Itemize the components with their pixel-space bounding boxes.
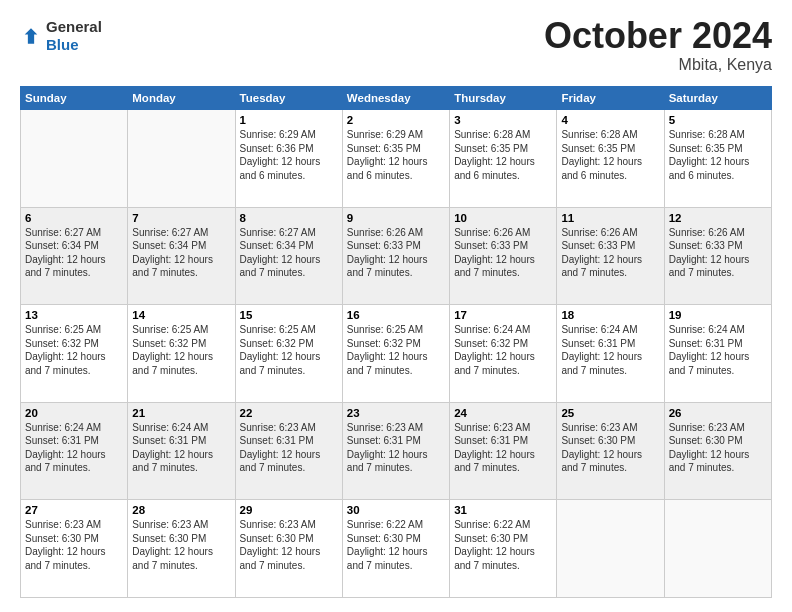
day-number: 16 bbox=[347, 309, 445, 321]
table-row bbox=[21, 110, 128, 208]
calendar-week-row: 6Sunrise: 6:27 AMSunset: 6:34 PMDaylight… bbox=[21, 207, 772, 305]
month-title: October 2024 bbox=[544, 18, 772, 54]
day-info: Sunrise: 6:25 AMSunset: 6:32 PMDaylight:… bbox=[132, 323, 230, 377]
day-number: 20 bbox=[25, 407, 123, 419]
table-row: 23Sunrise: 6:23 AMSunset: 6:31 PMDayligh… bbox=[342, 402, 449, 500]
day-number: 22 bbox=[240, 407, 338, 419]
table-row: 7Sunrise: 6:27 AMSunset: 6:34 PMDaylight… bbox=[128, 207, 235, 305]
day-info: Sunrise: 6:23 AMSunset: 6:30 PMDaylight:… bbox=[561, 421, 659, 475]
day-number: 13 bbox=[25, 309, 123, 321]
day-info: Sunrise: 6:28 AMSunset: 6:35 PMDaylight:… bbox=[454, 128, 552, 182]
table-row: 4Sunrise: 6:28 AMSunset: 6:35 PMDaylight… bbox=[557, 110, 664, 208]
day-number: 15 bbox=[240, 309, 338, 321]
table-row: 31Sunrise: 6:22 AMSunset: 6:30 PMDayligh… bbox=[450, 500, 557, 598]
table-row: 30Sunrise: 6:22 AMSunset: 6:30 PMDayligh… bbox=[342, 500, 449, 598]
table-row bbox=[664, 500, 771, 598]
table-row: 15Sunrise: 6:25 AMSunset: 6:32 PMDayligh… bbox=[235, 305, 342, 403]
day-number: 11 bbox=[561, 212, 659, 224]
header-wednesday: Wednesday bbox=[342, 87, 449, 110]
table-row: 19Sunrise: 6:24 AMSunset: 6:31 PMDayligh… bbox=[664, 305, 771, 403]
day-info: Sunrise: 6:25 AMSunset: 6:32 PMDaylight:… bbox=[347, 323, 445, 377]
day-info: Sunrise: 6:27 AMSunset: 6:34 PMDaylight:… bbox=[25, 226, 123, 280]
logo-blue-text: Blue bbox=[46, 36, 79, 53]
calendar-page: General Blue October 2024 Mbita, Kenya S… bbox=[0, 0, 792, 612]
calendar-week-row: 13Sunrise: 6:25 AMSunset: 6:32 PMDayligh… bbox=[21, 305, 772, 403]
day-info: Sunrise: 6:28 AMSunset: 6:35 PMDaylight:… bbox=[561, 128, 659, 182]
day-number: 28 bbox=[132, 504, 230, 516]
day-info: Sunrise: 6:26 AMSunset: 6:33 PMDaylight:… bbox=[454, 226, 552, 280]
day-number: 21 bbox=[132, 407, 230, 419]
day-number: 17 bbox=[454, 309, 552, 321]
day-info: Sunrise: 6:24 AMSunset: 6:32 PMDaylight:… bbox=[454, 323, 552, 377]
day-number: 6 bbox=[25, 212, 123, 224]
table-row: 9Sunrise: 6:26 AMSunset: 6:33 PMDaylight… bbox=[342, 207, 449, 305]
day-info: Sunrise: 6:24 AMSunset: 6:31 PMDaylight:… bbox=[25, 421, 123, 475]
day-number: 29 bbox=[240, 504, 338, 516]
day-number: 5 bbox=[669, 114, 767, 126]
day-info: Sunrise: 6:23 AMSunset: 6:31 PMDaylight:… bbox=[347, 421, 445, 475]
day-number: 4 bbox=[561, 114, 659, 126]
table-row: 12Sunrise: 6:26 AMSunset: 6:33 PMDayligh… bbox=[664, 207, 771, 305]
table-row: 13Sunrise: 6:25 AMSunset: 6:32 PMDayligh… bbox=[21, 305, 128, 403]
weekday-header-row: Sunday Monday Tuesday Wednesday Thursday… bbox=[21, 87, 772, 110]
day-number: 8 bbox=[240, 212, 338, 224]
svg-marker-0 bbox=[25, 28, 38, 44]
day-number: 14 bbox=[132, 309, 230, 321]
header-thursday: Thursday bbox=[450, 87, 557, 110]
day-number: 25 bbox=[561, 407, 659, 419]
day-info: Sunrise: 6:23 AMSunset: 6:30 PMDaylight:… bbox=[240, 518, 338, 572]
table-row bbox=[557, 500, 664, 598]
header-sunday: Sunday bbox=[21, 87, 128, 110]
location: Mbita, Kenya bbox=[544, 56, 772, 74]
day-info: Sunrise: 6:25 AMSunset: 6:32 PMDaylight:… bbox=[240, 323, 338, 377]
day-number: 10 bbox=[454, 212, 552, 224]
day-number: 31 bbox=[454, 504, 552, 516]
day-info: Sunrise: 6:26 AMSunset: 6:33 PMDaylight:… bbox=[347, 226, 445, 280]
logo-general-text: General bbox=[46, 18, 102, 35]
day-number: 27 bbox=[25, 504, 123, 516]
day-number: 3 bbox=[454, 114, 552, 126]
header-tuesday: Tuesday bbox=[235, 87, 342, 110]
table-row: 8Sunrise: 6:27 AMSunset: 6:34 PMDaylight… bbox=[235, 207, 342, 305]
header-saturday: Saturday bbox=[664, 87, 771, 110]
table-row: 29Sunrise: 6:23 AMSunset: 6:30 PMDayligh… bbox=[235, 500, 342, 598]
table-row: 26Sunrise: 6:23 AMSunset: 6:30 PMDayligh… bbox=[664, 402, 771, 500]
title-block: October 2024 Mbita, Kenya bbox=[544, 18, 772, 74]
table-row: 6Sunrise: 6:27 AMSunset: 6:34 PMDaylight… bbox=[21, 207, 128, 305]
calendar-week-row: 1Sunrise: 6:29 AMSunset: 6:36 PMDaylight… bbox=[21, 110, 772, 208]
day-info: Sunrise: 6:26 AMSunset: 6:33 PMDaylight:… bbox=[561, 226, 659, 280]
table-row: 27Sunrise: 6:23 AMSunset: 6:30 PMDayligh… bbox=[21, 500, 128, 598]
header-friday: Friday bbox=[557, 87, 664, 110]
day-info: Sunrise: 6:26 AMSunset: 6:33 PMDaylight:… bbox=[669, 226, 767, 280]
day-info: Sunrise: 6:23 AMSunset: 6:30 PMDaylight:… bbox=[132, 518, 230, 572]
table-row: 16Sunrise: 6:25 AMSunset: 6:32 PMDayligh… bbox=[342, 305, 449, 403]
calendar-table: Sunday Monday Tuesday Wednesday Thursday… bbox=[20, 86, 772, 598]
table-row: 3Sunrise: 6:28 AMSunset: 6:35 PMDaylight… bbox=[450, 110, 557, 208]
day-info: Sunrise: 6:23 AMSunset: 6:31 PMDaylight:… bbox=[240, 421, 338, 475]
table-row: 25Sunrise: 6:23 AMSunset: 6:30 PMDayligh… bbox=[557, 402, 664, 500]
table-row: 10Sunrise: 6:26 AMSunset: 6:33 PMDayligh… bbox=[450, 207, 557, 305]
table-row: 17Sunrise: 6:24 AMSunset: 6:32 PMDayligh… bbox=[450, 305, 557, 403]
header-monday: Monday bbox=[128, 87, 235, 110]
table-row: 2Sunrise: 6:29 AMSunset: 6:35 PMDaylight… bbox=[342, 110, 449, 208]
table-row bbox=[128, 110, 235, 208]
day-number: 9 bbox=[347, 212, 445, 224]
day-info: Sunrise: 6:24 AMSunset: 6:31 PMDaylight:… bbox=[669, 323, 767, 377]
day-number: 24 bbox=[454, 407, 552, 419]
day-info: Sunrise: 6:22 AMSunset: 6:30 PMDaylight:… bbox=[347, 518, 445, 572]
day-info: Sunrise: 6:25 AMSunset: 6:32 PMDaylight:… bbox=[25, 323, 123, 377]
day-info: Sunrise: 6:24 AMSunset: 6:31 PMDaylight:… bbox=[132, 421, 230, 475]
day-info: Sunrise: 6:29 AMSunset: 6:35 PMDaylight:… bbox=[347, 128, 445, 182]
table-row: 24Sunrise: 6:23 AMSunset: 6:31 PMDayligh… bbox=[450, 402, 557, 500]
table-row: 14Sunrise: 6:25 AMSunset: 6:32 PMDayligh… bbox=[128, 305, 235, 403]
day-number: 30 bbox=[347, 504, 445, 516]
day-number: 7 bbox=[132, 212, 230, 224]
day-info: Sunrise: 6:22 AMSunset: 6:30 PMDaylight:… bbox=[454, 518, 552, 572]
day-info: Sunrise: 6:27 AMSunset: 6:34 PMDaylight:… bbox=[240, 226, 338, 280]
table-row: 22Sunrise: 6:23 AMSunset: 6:31 PMDayligh… bbox=[235, 402, 342, 500]
day-info: Sunrise: 6:23 AMSunset: 6:31 PMDaylight:… bbox=[454, 421, 552, 475]
day-info: Sunrise: 6:29 AMSunset: 6:36 PMDaylight:… bbox=[240, 128, 338, 182]
day-number: 12 bbox=[669, 212, 767, 224]
day-number: 23 bbox=[347, 407, 445, 419]
day-info: Sunrise: 6:23 AMSunset: 6:30 PMDaylight:… bbox=[669, 421, 767, 475]
